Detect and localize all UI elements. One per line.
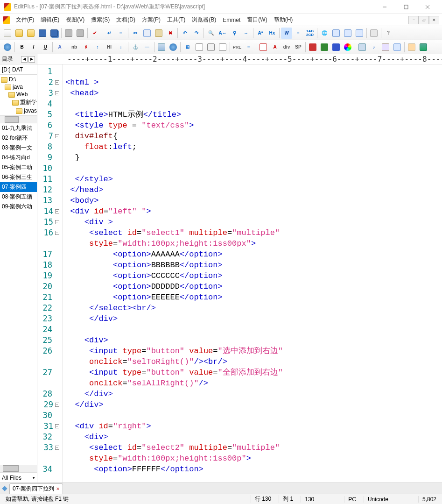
- copy-button[interactable]: [141, 28, 153, 39]
- open-remote-button[interactable]: [25, 28, 36, 39]
- validate-button[interactable]: [418, 42, 429, 53]
- object-button[interactable]: [380, 42, 391, 53]
- tree-item[interactable]: D:\: [0, 76, 37, 83]
- ruler-button[interactable]: ≡: [293, 28, 304, 39]
- minimize-button[interactable]: [374, 0, 395, 14]
- code-line[interactable]: <body>: [65, 195, 439, 206]
- close-icon[interactable]: ✕: [56, 486, 60, 491]
- wordwrap-button[interactable]: ↵: [104, 28, 115, 39]
- code-line[interactable]: <select id="select1" multiple="multiple": [65, 227, 439, 238]
- find-in-files-button[interactable]: ⚲: [229, 28, 240, 39]
- code-line[interactable]: <div >: [65, 217, 439, 227]
- color-picker-button[interactable]: [342, 42, 353, 53]
- delete-button[interactable]: ✖: [165, 28, 176, 39]
- code-line[interactable]: onclick="selToRight()"/><br/>: [65, 356, 439, 367]
- mdi-minimize[interactable]: －: [408, 16, 419, 24]
- file-item[interactable]: 02-for循环: [0, 133, 37, 143]
- code-line[interactable]: <style type = "text/css">: [65, 120, 439, 131]
- color-r-button[interactable]: [307, 42, 318, 53]
- menu-emmet[interactable]: Emmet: [220, 16, 243, 24]
- open-file-button[interactable]: [14, 28, 25, 39]
- checkbox-button[interactable]: [217, 42, 228, 53]
- file-filter[interactable]: All Files ▾: [0, 472, 37, 483]
- menu-view[interactable]: 视图(V): [63, 15, 87, 25]
- code-line[interactable]: <div>: [65, 335, 439, 346]
- center-button[interactable]: ↕: [92, 42, 103, 53]
- code-line[interactable]: div#left{: [65, 131, 439, 142]
- code-line[interactable]: [65, 66, 439, 77]
- table-button[interactable]: ⊞: [182, 42, 193, 53]
- code-line[interactable]: [65, 410, 439, 421]
- column-button[interactable]: 1AB2CD: [304, 28, 316, 39]
- browser-button[interactable]: 🌐: [319, 28, 330, 39]
- menu-file[interactable]: 文件(F): [13, 15, 37, 25]
- file-item[interactable]: 05-案例二动: [0, 163, 37, 172]
- file-item[interactable]: 01-九九乘法: [0, 123, 37, 133]
- code-line[interactable]: </div>: [65, 313, 439, 324]
- code-line[interactable]: </style>: [65, 174, 439, 185]
- code-line[interactable]: <head>: [65, 88, 439, 99]
- hex-button[interactable]: Hx: [267, 28, 278, 39]
- goto-button[interactable]: →: [240, 28, 252, 39]
- code-line[interactable]: <div id="right">: [65, 421, 439, 432]
- code-line[interactable]: float:left;: [65, 142, 439, 152]
- code-line[interactable]: [65, 324, 439, 335]
- code-line[interactable]: </div>: [65, 399, 439, 410]
- code-line[interactable]: </head>: [65, 185, 439, 195]
- paste-button[interactable]: [153, 28, 164, 39]
- code-line[interactable]: </div>: [65, 389, 439, 399]
- save-all-button[interactable]: [49, 28, 60, 39]
- menu-browser[interactable]: 浏览器(B): [189, 15, 219, 25]
- replace-button[interactable]: A↔: [217, 28, 228, 39]
- nbsp-button[interactable]: nb: [69, 42, 80, 53]
- color-b-button[interactable]: [330, 42, 342, 53]
- sidebar-next-button[interactable]: ▶: [28, 56, 35, 63]
- code-line[interactable]: <option>CCCCCC</option>: [65, 270, 439, 281]
- anchor-button[interactable]: ♯: [80, 42, 91, 53]
- fontsize-button[interactable]: Aᵃ: [255, 28, 266, 39]
- list-button[interactable]: ≡: [243, 42, 254, 53]
- flash-button[interactable]: [392, 42, 403, 53]
- hr-button[interactable]: —: [141, 42, 153, 53]
- code-line[interactable]: <div>: [65, 432, 439, 442]
- maximize-button[interactable]: [395, 0, 417, 14]
- image-button[interactable]: [156, 42, 167, 53]
- div-button[interactable]: div: [281, 42, 292, 53]
- pre-button[interactable]: PRE: [232, 42, 243, 53]
- drive-selector[interactable]: [D:] DAT: [0, 64, 37, 75]
- fullscreen-button[interactable]: [330, 28, 342, 39]
- menu-window[interactable]: 窗口(W): [244, 15, 270, 25]
- tree-item[interactable]: Web: [0, 91, 37, 98]
- linenumber-button[interactable]: ≡: [115, 28, 126, 39]
- code-line[interactable]: </select><br/>: [65, 303, 439, 313]
- sidepanel-button[interactable]: [342, 28, 353, 39]
- code-line[interactable]: style="width:100px;height:1ss00px">: [65, 238, 439, 249]
- file-item[interactable]: 08-案例五循: [0, 192, 37, 202]
- code-line[interactable]: <option>DDDDDD</option>: [65, 281, 439, 292]
- menu-edit[interactable]: 编辑(E): [38, 15, 62, 25]
- br-button[interactable]: ↓: [115, 42, 126, 53]
- code-line[interactable]: <select id="select2" multiple="multiple": [65, 442, 439, 453]
- file-item[interactable]: 07-案例四: [0, 182, 37, 192]
- save-button[interactable]: [37, 28, 48, 39]
- code-line[interactable]: <option>BBBBBB</option>: [65, 260, 439, 270]
- tidy-button[interactable]: [406, 42, 417, 53]
- anchor-icon[interactable]: ⚓: [130, 42, 141, 53]
- code-line[interactable]: <option>FFFFFF</option>: [65, 464, 439, 475]
- link-button[interactable]: [168, 42, 179, 53]
- sidebar-hscroll[interactable]: [0, 116, 37, 123]
- code-line[interactable]: <option>EEEEEE</option>: [65, 292, 439, 303]
- settings-button[interactable]: [368, 28, 379, 39]
- sidebar-prev-button[interactable]: ◀: [21, 56, 28, 63]
- mdi-restore[interactable]: ▱: [419, 16, 429, 24]
- code-line[interactable]: style="width:100px;height:1ss00p">: [65, 453, 439, 464]
- file-item[interactable]: 09-案例六动: [0, 202, 37, 212]
- spellcheck-button[interactable]: ✔: [89, 28, 100, 39]
- print-button[interactable]: [63, 28, 74, 39]
- italic-button[interactable]: I: [28, 42, 39, 53]
- color-g-button[interactable]: [319, 42, 330, 53]
- input-button[interactable]: [205, 42, 217, 53]
- mdi-close[interactable]: ✕: [429, 16, 439, 24]
- bold-button[interactable]: B: [16, 42, 28, 53]
- form-button[interactable]: [194, 42, 205, 53]
